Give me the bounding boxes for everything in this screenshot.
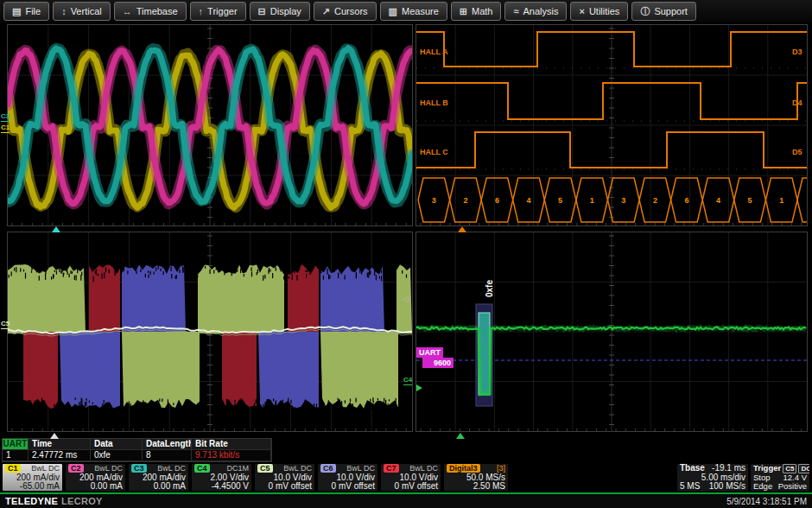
- channel-descriptor-c4[interactable]: C4DC1M2.00 V/div-4.4500 V: [191, 463, 252, 492]
- noise-speck: [95, 271, 96, 274]
- uart-signal-panel[interactable]: 0xfeUART9600: [416, 232, 808, 432]
- noise-speck: [21, 398, 22, 404]
- brand-lecroy: LECROY: [61, 496, 103, 506]
- uart-decode-table[interactable]: UARTTimeDataDataLengthBit Rate12.47772 m…: [2, 438, 272, 462]
- menu-cursors[interactable]: ↗Cursors: [314, 2, 377, 21]
- channel-offset: 0 mV offset: [257, 482, 312, 492]
- noise-speck: [75, 397, 76, 400]
- edge-label-c4[interactable]: C4: [403, 377, 412, 385]
- noise-speck: [312, 407, 313, 410]
- noise-speck: [361, 270, 362, 274]
- channel-offset: -65.00 mA: [5, 482, 60, 492]
- menu-measure[interactable]: ▥Measure: [380, 2, 447, 21]
- noise-speck: [102, 403, 103, 407]
- edge-label-c3[interactable]: C3: [1, 113, 10, 122]
- noise-speck: [140, 269, 141, 272]
- noise-speck: [111, 406, 111, 411]
- noise-speck: [171, 266, 172, 271]
- trigger-marker-top-left[interactable]: [52, 226, 60, 232]
- menu-utilities[interactable]: ×Utilities: [570, 2, 628, 21]
- noise-speck: [62, 269, 63, 272]
- menu-support[interactable]: ⓘSupport: [631, 2, 696, 21]
- noise-speck: [402, 406, 403, 410]
- noise-speck: [377, 398, 378, 400]
- noise-speck: [113, 266, 114, 269]
- noise-speck: [23, 270, 24, 272]
- noise-speck: [328, 274, 329, 279]
- noise-speck: [40, 265, 41, 269]
- menu-trigger[interactable]: ↑Trigger: [190, 2, 246, 21]
- edge-label-c1[interactable]: C1: [1, 124, 10, 133]
- timebase-descriptor[interactable]: Tbase -19.1 ms 5.00 ms/div 5 MS 100 MS/s: [676, 463, 749, 492]
- noise-speck: [86, 268, 86, 272]
- menu-math[interactable]: ⊞Math: [451, 2, 502, 21]
- digital-hall-panel[interactable]: HALL AD3HALL BD4HALL CD5326451326451: [416, 24, 808, 226]
- channel-coupling: BwL DC: [157, 464, 186, 473]
- pwm-voltages-panel[interactable]: [7, 232, 413, 432]
- pwm-block-c5: [320, 332, 398, 409]
- noise-speck: [237, 270, 238, 272]
- trigger-marker-bottom-left[interactable]: [50, 433, 59, 439]
- channel-badge-c7: C7: [384, 464, 399, 473]
- analog-currents-panel[interactable]: [7, 24, 413, 226]
- pwm-level-marker[interactable]: ◁: [403, 295, 409, 303]
- noise-speck: [241, 405, 242, 408]
- channel-descriptor-c2[interactable]: C2BwL DC200 mA/div0.00 mA: [65, 463, 126, 492]
- noise-speck: [54, 270, 55, 272]
- noise-speck: [71, 270, 72, 274]
- noise-speck: [323, 403, 324, 408]
- timebase-title: Tbase: [680, 464, 705, 473]
- channel-descriptor-digital3[interactable]: Digital3[3]50.0 MS/s2.50 MS: [443, 463, 509, 492]
- noise-speck: [86, 402, 86, 406]
- noise-speck: [168, 399, 168, 404]
- trigger-marker-top-right[interactable]: [458, 226, 466, 232]
- channel-descriptor-c3[interactable]: C3BwL DC200 mA/div0.00 mA: [128, 463, 189, 492]
- noise-speck: [378, 403, 379, 408]
- noise-speck: [335, 406, 336, 410]
- noise-speck: [148, 270, 149, 273]
- noise-speck: [319, 399, 320, 403]
- noise-speck: [79, 402, 79, 407]
- menu-display[interactable]: ⊟Display: [250, 2, 310, 21]
- channel-offset: 0 mV offset: [320, 482, 375, 492]
- menu-timebase[interactable]: ↔Timebase: [114, 2, 187, 21]
- pwm-block-c6: [60, 332, 120, 409]
- trigger-marker-bottom-right[interactable]: [456, 433, 465, 439]
- noise-speck: [280, 266, 281, 270]
- channel-badge-c3: C3: [131, 464, 147, 473]
- channel-descriptor-c6[interactable]: C6BwL DC10.0 V/div0 mV offset: [317, 463, 378, 492]
- noise-speck: [402, 270, 403, 274]
- channel-coupling: BwL DC: [283, 464, 312, 473]
- uart-baud-badge[interactable]: 9600: [422, 358, 454, 368]
- channel-coupling: DC1M: [226, 464, 249, 473]
- noise-speck: [316, 403, 317, 409]
- noise-speck: [370, 399, 371, 402]
- noise-speck: [379, 276, 380, 279]
- edge-label-c5[interactable]: C5: [1, 321, 10, 329]
- channel-descriptor-c7[interactable]: C7BwL DC10.0 V/div0 mV offset: [380, 463, 441, 492]
- noise-speck: [29, 405, 29, 411]
- channel-descriptor-c1[interactable]: C1BwL DC200 mA/div-65.00 mA: [2, 463, 63, 492]
- noise-speck: [227, 399, 228, 405]
- noise-speck: [307, 270, 308, 272]
- channel-descriptor-c5[interactable]: C5BwL DC10.0 V/div0 mV offset: [254, 463, 315, 492]
- noise-speck: [69, 274, 70, 277]
- utilities-icon: ×: [579, 6, 584, 16]
- noise-speck: [86, 275, 87, 280]
- noise-speck: [329, 276, 330, 279]
- uart-protocol-badge[interactable]: UART: [416, 347, 443, 358]
- noise-speck: [381, 276, 382, 281]
- trigger-descriptor[interactable]: Trigger C5DC Stop 12.4 V Edge Positive: [750, 463, 810, 492]
- bus-value: 3: [432, 196, 436, 205]
- uart-signal-panel-plot: 0xfe: [416, 232, 807, 431]
- noise-speck: [45, 274, 46, 280]
- menu-analysis-label: Analysis: [523, 6, 559, 16]
- timebase-samples: 5 MS: [680, 482, 700, 492]
- menu-analysis[interactable]: ≈Analysis: [504, 2, 567, 21]
- noise-speck: [400, 403, 401, 409]
- menu-file[interactable]: ▤File: [3, 2, 49, 21]
- bus-value: 4: [526, 196, 530, 205]
- menu-vertical[interactable]: ↕Vertical: [53, 2, 111, 21]
- noise-speck: [370, 405, 371, 409]
- uart-table-badge: UART: [3, 439, 29, 450]
